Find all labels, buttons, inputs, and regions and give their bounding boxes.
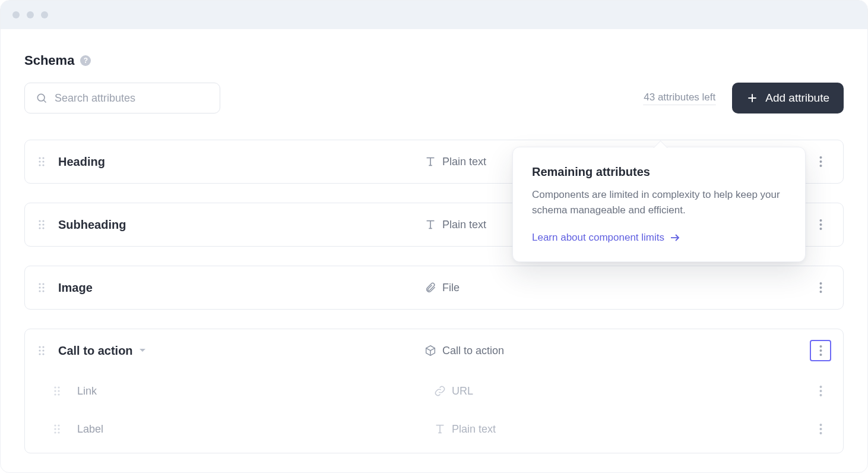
svg-point-39 (819, 354, 822, 356)
popover-link-label: Learn about component limits (532, 232, 664, 244)
attribute-name-label: Call to action (58, 344, 133, 358)
attribute-name[interactable]: Heading (58, 155, 419, 169)
nested-attributes: Link URL Label (25, 372, 843, 453)
svg-point-34 (42, 349, 44, 351)
svg-point-19 (819, 219, 822, 222)
svg-point-44 (54, 393, 56, 395)
plus-icon (746, 92, 758, 104)
svg-point-0 (37, 94, 45, 101)
svg-point-36 (42, 353, 44, 355)
svg-point-28 (819, 282, 822, 285)
text-type-icon (419, 155, 442, 168)
svg-point-23 (42, 283, 44, 285)
svg-point-29 (819, 286, 822, 289)
svg-point-27 (42, 290, 44, 292)
svg-point-51 (54, 428, 56, 430)
link-icon (428, 385, 452, 397)
row-menu-button[interactable] (810, 151, 831, 172)
svg-point-48 (819, 394, 822, 396)
svg-point-50 (58, 424, 59, 426)
attribute-type: Plain text (452, 423, 803, 436)
help-icon[interactable]: ? (80, 55, 91, 66)
svg-point-7 (42, 160, 44, 162)
svg-point-46 (819, 386, 822, 388)
svg-point-22 (39, 283, 40, 285)
attributes-left-label[interactable]: 43 attributes left (644, 92, 715, 105)
add-attribute-label: Add attribute (765, 92, 829, 105)
svg-point-10 (819, 156, 822, 159)
text-type-icon (428, 422, 452, 436)
attribute-type: File (442, 282, 803, 294)
drag-handle-icon[interactable] (25, 156, 58, 167)
page-header: Schema ? (24, 53, 844, 68)
page-title: Schema (24, 53, 74, 68)
svg-point-47 (819, 390, 822, 392)
svg-point-45 (58, 393, 59, 395)
svg-point-5 (42, 157, 44, 159)
svg-point-57 (819, 432, 822, 434)
svg-point-52 (58, 428, 59, 430)
drag-handle-icon[interactable] (25, 386, 77, 396)
row-menu-button[interactable] (810, 277, 831, 298)
drag-handle-icon[interactable] (25, 219, 58, 230)
window-dot (27, 11, 34, 18)
app-window: Schema ? 43 attributes left Add attribut… (0, 0, 868, 473)
svg-point-43 (58, 390, 59, 392)
window-dot (41, 11, 48, 18)
svg-point-35 (39, 353, 40, 355)
svg-point-54 (58, 431, 59, 433)
svg-point-55 (819, 424, 822, 426)
box-icon (419, 344, 442, 357)
svg-point-8 (39, 164, 40, 166)
svg-point-30 (819, 291, 822, 293)
svg-point-18 (42, 227, 44, 229)
text-type-icon (419, 218, 442, 231)
search-input-wrapper[interactable] (24, 83, 220, 113)
svg-point-17 (39, 227, 40, 229)
attribute-name[interactable]: Link (77, 385, 428, 398)
svg-point-38 (819, 349, 822, 352)
svg-point-31 (39, 346, 40, 348)
attribute-name[interactable]: Subheading (58, 218, 419, 232)
attribute-name[interactable]: Label (77, 423, 428, 436)
svg-point-15 (39, 223, 40, 225)
svg-point-4 (39, 157, 40, 159)
drag-handle-icon[interactable] (25, 282, 58, 293)
search-icon (36, 92, 47, 104)
attribute-type: URL (452, 385, 803, 398)
attribute-type: Call to action (442, 345, 803, 357)
row-menu-button[interactable] (810, 340, 831, 361)
svg-point-13 (39, 220, 40, 222)
svg-point-12 (819, 165, 822, 167)
popover-learn-link[interactable]: Learn about component limits (532, 232, 680, 244)
chevron-down-icon (139, 348, 146, 353)
svg-point-56 (819, 428, 822, 430)
row-menu-button[interactable] (810, 380, 831, 402)
svg-point-41 (58, 386, 59, 388)
svg-point-53 (54, 431, 56, 433)
search-input[interactable] (55, 92, 209, 105)
popover-title: Remaining attributes (532, 165, 786, 179)
attribute-name[interactable]: Image (58, 281, 419, 295)
attributes-left-popover: Remaining attributes Components are limi… (512, 147, 806, 262)
add-attribute-button[interactable]: Add attribute (732, 83, 844, 113)
svg-point-14 (42, 220, 44, 222)
svg-point-20 (819, 223, 822, 226)
svg-point-6 (39, 160, 40, 162)
drag-handle-icon[interactable] (25, 345, 58, 356)
svg-point-37 (819, 345, 822, 348)
svg-point-9 (42, 164, 44, 166)
popover-body: Components are limited in complexity to … (532, 187, 786, 219)
attribute-name[interactable]: Call to action (58, 344, 419, 358)
content-area: Schema ? 43 attributes left Add attribut… (1, 29, 867, 453)
drag-handle-icon[interactable] (25, 424, 77, 434)
svg-point-11 (819, 160, 822, 163)
svg-point-33 (39, 349, 40, 351)
attribute-row: Image File (24, 266, 844, 310)
row-menu-button[interactable] (810, 418, 831, 440)
paperclip-icon (419, 282, 442, 294)
svg-line-1 (44, 100, 46, 103)
attribute-row-expandable: Call to action Call to action (24, 329, 844, 453)
svg-point-42 (54, 390, 56, 392)
row-menu-button[interactable] (810, 214, 831, 235)
